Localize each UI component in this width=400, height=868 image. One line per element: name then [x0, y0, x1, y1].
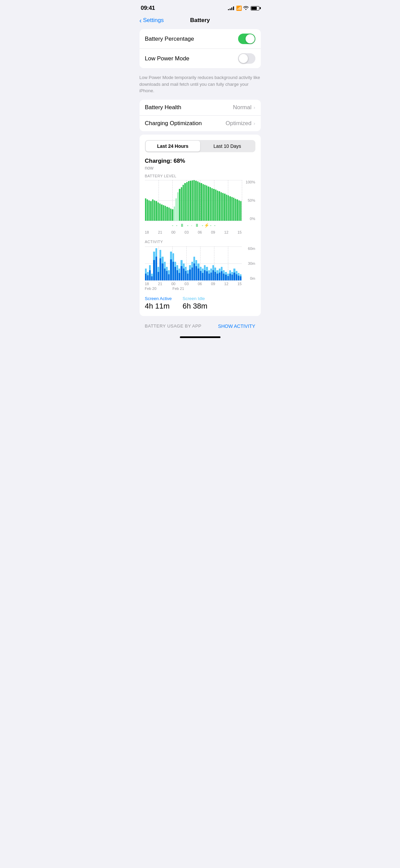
battery-bar — [161, 204, 162, 221]
battery-health-label: Battery Health — [145, 104, 182, 111]
battery-usage-label: BATTERY USAGE BY APP — [145, 323, 202, 329]
active-portion — [193, 263, 195, 280]
feb21-label: Feb 21 — [172, 287, 186, 291]
show-activity-button[interactable]: SHOW ACTIVITY — [218, 323, 255, 329]
active-portion — [172, 262, 174, 280]
battery-bar — [186, 182, 188, 221]
active-portion — [170, 259, 172, 280]
battery-bar — [170, 209, 171, 221]
battery-axis: 100% 50% 0% — [243, 180, 255, 221]
battery-health-row[interactable]: Battery Health Normal › — [140, 100, 261, 116]
toggle-knob — [239, 54, 248, 63]
battery-bar — [168, 208, 170, 220]
active-portion — [145, 274, 147, 280]
battery-percentage-toggle[interactable] — [238, 34, 255, 44]
active-portion — [223, 274, 225, 280]
active-portion — [153, 260, 155, 280]
activity-bar-group — [168, 246, 170, 280]
low-power-row[interactable]: Low Power Mode — [140, 49, 261, 68]
active-portion — [210, 273, 212, 280]
time-06: 06 — [198, 230, 202, 234]
activity-bar-group — [219, 246, 220, 280]
date-18: 18 — [145, 282, 149, 286]
feb20-label: Feb 20 — [145, 287, 159, 291]
activity-bar-group — [210, 246, 212, 280]
activity-bar-group — [162, 246, 163, 280]
low-power-toggle[interactable] — [238, 53, 255, 64]
charging-optimization-row[interactable]: Charging Optimization Optimized › — [140, 116, 261, 131]
signal-icon — [228, 6, 234, 10]
home-bar — [180, 336, 220, 338]
battery-bar — [195, 181, 196, 221]
activity-bar-group — [225, 246, 227, 280]
active-portion — [160, 258, 161, 280]
battery-bar — [224, 194, 225, 220]
back-button[interactable]: ‹ Settings — [140, 17, 164, 24]
battery-bar — [165, 206, 166, 220]
active-portion — [166, 271, 168, 280]
battery-percentage-row[interactable]: Battery Percentage — [140, 29, 261, 49]
active-portion — [212, 270, 214, 280]
battery-health-status: Normal — [233, 104, 252, 111]
activity-bar-group — [181, 246, 182, 280]
activity-bar-group — [172, 246, 174, 280]
activity-bar-group — [149, 246, 151, 280]
time-09: 09 — [211, 230, 215, 234]
battery-bar — [147, 199, 148, 220]
status-bar: 09:41 📶 — [134, 0, 266, 14]
activity-bar-group — [229, 246, 231, 280]
active-portion — [227, 276, 229, 280]
active-portion — [195, 266, 197, 280]
active-portion — [219, 273, 220, 280]
battery-bar — [150, 201, 151, 221]
activity-chart: 60m 30m 0m — [145, 246, 255, 280]
time-segment-control[interactable]: Last 24 Hours Last 10 Days — [145, 140, 255, 152]
active-portion — [221, 271, 223, 280]
active-portion — [204, 270, 206, 280]
battery-bar — [159, 203, 161, 220]
page-title: Battery — [190, 17, 210, 24]
charging-status: Charging: 68% — [145, 158, 255, 164]
activity-bar-group — [178, 246, 180, 280]
activity-bar-group — [197, 246, 199, 280]
screen-active-stat: Screen Active 4h 11m — [145, 296, 172, 311]
battery-bar — [148, 200, 150, 221]
activity-axis-60: 60m — [248, 246, 255, 251]
battery-settings-section: Battery Percentage Low Power Mode — [140, 29, 261, 68]
date-21: 21 — [158, 282, 162, 286]
battery-bar — [236, 199, 238, 220]
time-00: 00 — [171, 230, 175, 234]
time-18: 18 — [145, 230, 149, 234]
battery-bar — [181, 187, 182, 220]
battery-bar — [238, 200, 240, 221]
activity-bar-group — [236, 246, 237, 280]
date-12: 12 — [224, 282, 228, 286]
back-label: Settings — [143, 17, 164, 24]
activity-bar-group — [202, 246, 204, 280]
battery-bar — [203, 184, 204, 221]
battery-bar — [172, 209, 173, 221]
battery-bar — [201, 183, 202, 220]
battery-bar — [228, 195, 229, 220]
battery-bar — [179, 189, 180, 221]
segment-10days[interactable]: Last 10 Days — [200, 141, 255, 152]
battery-level-chart: 100% 50% 0% — [145, 180, 255, 221]
battery-bar — [154, 200, 155, 221]
activity-bar-group — [189, 246, 191, 280]
segment-24h[interactable]: Last 24 Hours — [146, 141, 200, 152]
active-portion — [214, 272, 216, 280]
nav-bar: ‹ Settings Battery — [134, 14, 266, 29]
active-portion — [233, 273, 235, 280]
activity-bar-group — [170, 246, 172, 280]
charging-opt-label: Charging Optimization — [145, 120, 202, 127]
activity-bar-group — [227, 246, 229, 280]
active-portion — [162, 263, 163, 280]
battery-bar — [229, 196, 231, 221]
active-portion — [191, 268, 193, 280]
activity-bar-group — [200, 246, 202, 280]
active-portion — [164, 269, 166, 280]
active-portion — [236, 274, 237, 280]
battery-bar — [166, 207, 168, 221]
axis-0: 0% — [250, 217, 255, 221]
axis-50: 50% — [248, 198, 255, 202]
